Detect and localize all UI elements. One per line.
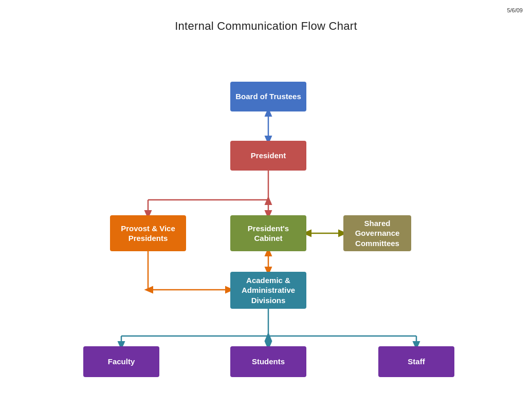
node-president: President (230, 141, 306, 171)
node-shared-governance: Shared Governance Committees (343, 215, 411, 251)
node-shared-governance-label: Shared Governance Committees (348, 218, 406, 249)
node-board-of-trustees: Board of Trustees (230, 82, 306, 111)
node-students-label: Students (252, 357, 285, 367)
node-cabinet-label: President's Cabinet (235, 223, 301, 244)
node-cabinet: President's Cabinet (230, 215, 306, 251)
node-president-label: President (251, 151, 286, 161)
node-staff-label: Staff (408, 357, 425, 367)
node-academic: Academic & Administrative Divisions (230, 272, 306, 309)
node-faculty: Faculty (83, 346, 159, 377)
chart-title: Internal Communication Flow Chart (0, 0, 532, 33)
node-faculty-label: Faculty (108, 357, 135, 367)
flowchart: Board of Trustees President Provost & Vi… (0, 33, 532, 411)
page: 5/6/09 Internal Communication Flow Chart (0, 0, 532, 411)
node-staff: Staff (378, 346, 454, 377)
node-academic-label: Academic & Administrative Divisions (235, 275, 301, 306)
node-board-of-trustees-label: Board of Trustees (235, 91, 301, 102)
node-provost-label: Provost & Vice Presidents (115, 223, 181, 244)
date-stamp: 5/6/09 (507, 7, 523, 13)
node-provost: Provost & Vice Presidents (110, 215, 186, 251)
node-students: Students (230, 346, 306, 377)
